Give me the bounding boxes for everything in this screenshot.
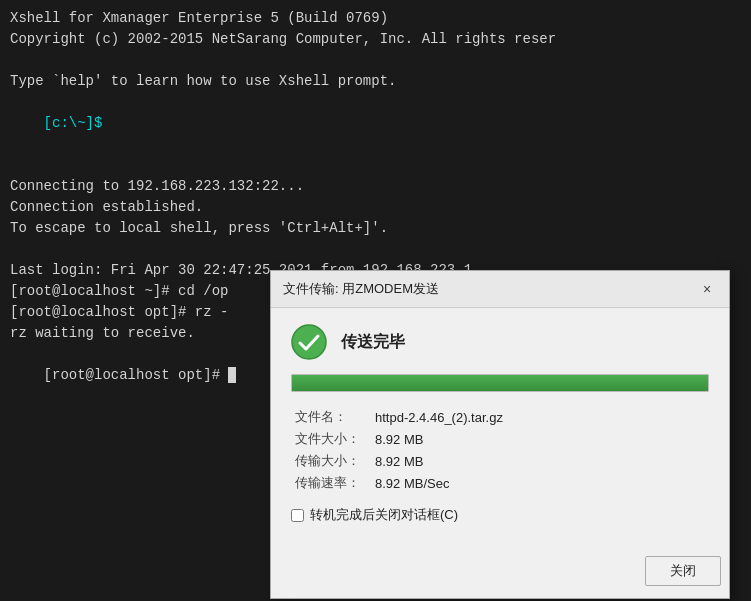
- file-transfer-dialog: 文件传输: 用ZMODEM发送 × 传送完毕 文件名： httpd-2.4.46…: [270, 270, 730, 599]
- terminal-line-2: Copyright (c) 2002-2015 NetSarang Comput…: [10, 29, 741, 50]
- dialog-titlebar: 文件传输: 用ZMODEM发送 ×: [271, 271, 729, 308]
- close-dialog-button[interactable]: 关闭: [645, 556, 721, 586]
- terminal-line-3: [10, 50, 741, 71]
- auto-close-checkbox[interactable]: [291, 509, 304, 522]
- transferred-size-label: 传输大小：: [291, 450, 371, 472]
- auto-close-label[interactable]: 转机完成后关闭对话框(C): [310, 506, 458, 524]
- terminal-cursor: [228, 367, 236, 383]
- file-name-value: httpd-2.4.46_(2).tar.gz: [371, 406, 709, 428]
- dialog-close-x-button[interactable]: ×: [697, 279, 717, 299]
- terminal-line-6: [10, 155, 741, 176]
- terminal-line-5: [c:\~]$: [10, 92, 741, 155]
- terminal-prompt-cyan: [c:\~]$: [44, 115, 103, 131]
- file-info-table: 文件名： httpd-2.4.46_(2).tar.gz 文件大小： 8.92 …: [291, 406, 709, 494]
- status-row: 传送完毕: [291, 324, 709, 360]
- dialog-footer: 关闭: [271, 552, 729, 598]
- dialog-title: 文件传输: 用ZMODEM发送: [283, 280, 439, 298]
- file-name-label: 文件名：: [291, 406, 371, 428]
- terminal-line-4: Type `help' to learn how to use Xshell p…: [10, 71, 741, 92]
- transfer-speed-row: 传输速率： 8.92 MB/Sec: [291, 472, 709, 494]
- terminal-line-9: To escape to local shell, press 'Ctrl+Al…: [10, 218, 741, 239]
- file-size-row: 文件大小： 8.92 MB: [291, 428, 709, 450]
- terminal-line-10: [10, 239, 741, 260]
- transferred-size-value: 8.92 MB: [371, 450, 709, 472]
- status-text: 传送完毕: [341, 332, 405, 353]
- checkmark-icon: [291, 324, 327, 360]
- terminal-last-prompt: [root@localhost opt]#: [44, 367, 229, 383]
- transfer-speed-label: 传输速率：: [291, 472, 371, 494]
- file-size-value: 8.92 MB: [371, 428, 709, 450]
- file-size-label: 文件大小：: [291, 428, 371, 450]
- transfer-speed-value: 8.92 MB/Sec: [371, 472, 709, 494]
- dialog-body: 传送完毕 文件名： httpd-2.4.46_(2).tar.gz 文件大小： …: [271, 308, 729, 552]
- terminal-line-1: Xshell for Xmanager Enterprise 5 (Build …: [10, 8, 741, 29]
- svg-point-0: [292, 325, 326, 359]
- file-name-row: 文件名： httpd-2.4.46_(2).tar.gz: [291, 406, 709, 428]
- transferred-size-row: 传输大小： 8.92 MB: [291, 450, 709, 472]
- auto-close-checkbox-row: 转机完成后关闭对话框(C): [291, 506, 709, 524]
- terminal-line-8: Connection established.: [10, 197, 741, 218]
- progress-bar-fill: [292, 375, 708, 391]
- progress-bar-container: [291, 374, 709, 392]
- terminal-line-7: Connecting to 192.168.223.132:22...: [10, 176, 741, 197]
